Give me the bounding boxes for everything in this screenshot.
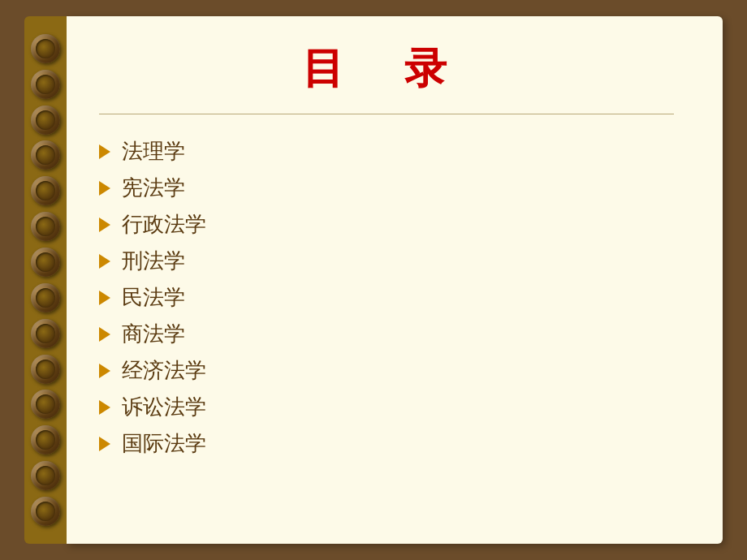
toc-item-label: 商法学 [122, 320, 185, 348]
toc-item: 经济法学 [99, 356, 674, 385]
notebook: 目 录 法理学宪法学行政法学刑法学民法学商法学经济法学诉讼法学国际法学 [24, 16, 723, 544]
toc-list: 法理学宪法学行政法学刑法学民法学商法学经济法学诉讼法学国际法学 [99, 137, 674, 458]
page-content: 目 录 法理学宪法学行政法学刑法学民法学商法学经济法学诉讼法学国际法学 [67, 16, 723, 544]
spiral-ring [31, 70, 60, 99]
bullet-icon [99, 254, 110, 269]
toc-item-label: 法理学 [122, 137, 185, 166]
spiral-ring [31, 176, 60, 205]
bullet-icon [99, 291, 110, 305]
bullet-icon [99, 181, 110, 196]
toc-item: 民法学 [99, 283, 674, 312]
bullet-icon [99, 218, 110, 232]
spiral-ring [31, 461, 60, 490]
toc-item-label: 国际法学 [122, 429, 206, 458]
toc-item-label: 经济法学 [122, 356, 206, 385]
page-title: 目 录 [99, 41, 674, 97]
toc-item-label: 宪法学 [122, 174, 185, 202]
toc-item: 国际法学 [99, 429, 674, 458]
spiral-ring [31, 355, 60, 384]
toc-item-label: 民法学 [122, 283, 185, 312]
toc-item-label: 刑法学 [122, 247, 185, 275]
toc-item-label: 行政法学 [122, 210, 206, 239]
toc-item: 法理学 [99, 137, 674, 166]
spiral-ring [31, 140, 60, 170]
toc-item: 刑法学 [99, 247, 674, 275]
toc-item: 行政法学 [99, 210, 674, 239]
spiral-ring [31, 106, 60, 135]
spiral-ring [31, 283, 60, 312]
spiral-ring [31, 497, 60, 526]
toc-item: 宪法学 [99, 174, 674, 202]
spiral-ring [31, 425, 60, 454]
spiral-ring [31, 248, 60, 277]
spiral-binding [24, 16, 67, 544]
spiral-ring [31, 34, 60, 63]
toc-item: 商法学 [99, 320, 674, 348]
bullet-icon [99, 364, 110, 378]
bullet-icon [99, 327, 110, 342]
spiral-ring [31, 390, 60, 419]
divider [99, 114, 674, 114]
bullet-icon [99, 400, 110, 415]
spiral-ring [31, 212, 60, 241]
toc-item: 诉讼法学 [99, 393, 674, 421]
toc-item-label: 诉讼法学 [122, 393, 206, 421]
bullet-icon [99, 144, 110, 159]
spiral-ring [31, 319, 60, 348]
bullet-icon [99, 437, 110, 451]
